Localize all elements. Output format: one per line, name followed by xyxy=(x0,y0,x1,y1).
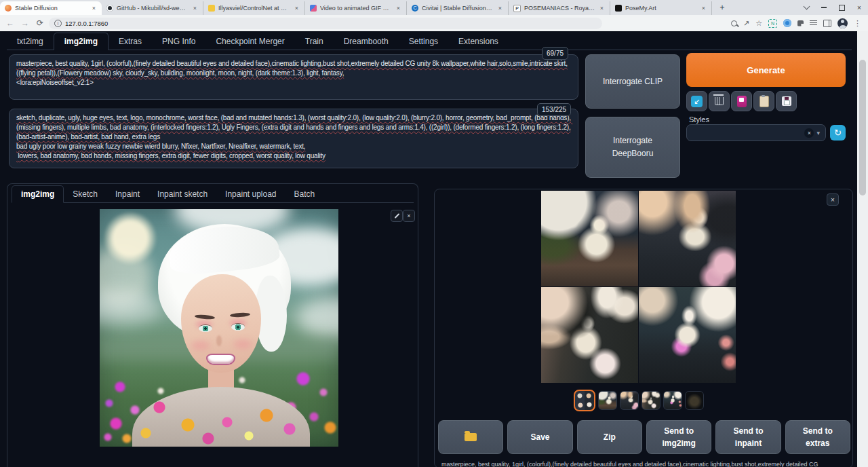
interrogate-clip-button[interactable]: Interrogate CLIP xyxy=(585,54,680,109)
tab-checkpoint-merger[interactable]: Checkpoint Merger xyxy=(205,33,294,50)
site-info-icon[interactable]: i xyxy=(54,20,62,27)
negative-token-counter: 153/225 xyxy=(537,103,571,116)
tab-close-icon[interactable]: × xyxy=(91,5,97,12)
tab-sketch-mode[interactable]: Sketch xyxy=(64,186,106,202)
browser-tab-posemy-art[interactable]: PoseMy.Art × xyxy=(610,1,712,15)
styles-clear-icon[interactable]: × xyxy=(804,128,814,138)
gallery-image-4[interactable] xyxy=(639,287,736,383)
browser-tab-stable-diffusion[interactable]: Stable Diffusion × xyxy=(0,1,102,15)
side-panel-icon[interactable] xyxy=(823,20,831,27)
save-button[interactable]: Save xyxy=(507,420,572,454)
window-chevron-icon[interactable] xyxy=(797,0,815,15)
tab-inpaint-upload-mode[interactable]: Inpaint upload xyxy=(216,186,285,202)
back-icon[interactable]: ← xyxy=(4,18,16,28)
browser-tab-strip: Stable Diffusion × GitHub - Mikubill/sd-… xyxy=(0,0,868,15)
main-tab-bar: txt2img img2img Extras PNG Info Checkpoi… xyxy=(7,33,852,50)
thumbnail-5[interactable] xyxy=(663,391,682,410)
tab-close-icon[interactable]: × xyxy=(294,5,300,12)
thumbnail-grid-selected[interactable] xyxy=(574,390,595,411)
paste-params-button[interactable]: ↙ xyxy=(686,91,707,111)
tab-close-icon[interactable]: × xyxy=(701,5,707,12)
girl-nose xyxy=(216,335,222,346)
page-scrollbar[interactable] xyxy=(857,31,868,467)
tab-title: Stable Diffusion xyxy=(15,5,87,12)
reading-list-icon[interactable] xyxy=(810,20,817,26)
browser-tab-github[interactable]: GitHub - Mikubill/sd-webui-con × xyxy=(102,1,203,15)
remove-image-button[interactable]: × xyxy=(403,210,415,222)
interrogate-deepbooru-button[interactable]: Interrogate DeepBooru xyxy=(585,117,680,178)
send-to-img2img-button[interactable]: Send to img2img xyxy=(646,420,711,454)
tab-png-info[interactable]: PNG Info xyxy=(152,33,205,50)
extra-networks-button[interactable] xyxy=(731,91,752,111)
clear-prompt-button[interactable] xyxy=(709,91,730,111)
window-minimize-button[interactable] xyxy=(815,0,833,15)
tab-batch-mode[interactable]: Batch xyxy=(285,186,324,202)
reload-icon[interactable]: ⟳ xyxy=(34,18,46,28)
tab-settings[interactable]: Settings xyxy=(399,33,448,50)
edit-image-button[interactable] xyxy=(391,210,403,222)
thumbnail-2[interactable] xyxy=(598,391,617,410)
tab-img2img[interactable]: img2img xyxy=(54,33,108,50)
browser-tab-civitai[interactable]: C Civitai | Stable Diffusion model × xyxy=(407,1,509,15)
source-image[interactable] xyxy=(100,209,338,447)
share-icon[interactable]: ↗ xyxy=(743,19,749,28)
tab-txt2img[interactable]: txt2img xyxy=(7,33,54,50)
github-favicon xyxy=(106,5,113,12)
gallery-close-button[interactable]: × xyxy=(827,193,839,206)
zip-button[interactable]: Zip xyxy=(577,420,642,454)
thumbnail-4[interactable] xyxy=(642,391,660,410)
address-bar[interactable]: i 127.0.0.1:7860 xyxy=(49,18,602,29)
apply-style-button[interactable] xyxy=(753,91,774,111)
browser-tab-controlnet[interactable]: Illyasviel/ControlNet at main × xyxy=(203,1,305,15)
browser-tab-gif-converter[interactable]: Video to animated GIF converter × xyxy=(305,1,407,15)
tab-train[interactable]: Train xyxy=(295,33,334,50)
forward-icon[interactable]: → xyxy=(19,18,31,28)
open-folder-button[interactable] xyxy=(438,420,503,454)
extension-blue-icon[interactable] xyxy=(783,19,791,27)
tab-dreambooth[interactable]: Dreambooth xyxy=(334,33,399,50)
stable-diffusion-favicon xyxy=(5,5,12,12)
negative-prompt-input[interactable]: sketch, duplicate, ugly, huge eyes, text… xyxy=(9,109,578,168)
scrollbar-thumb[interactable] xyxy=(859,60,866,195)
bookmark-star-icon[interactable]: ☆ xyxy=(755,19,762,28)
girl-blush xyxy=(234,339,252,349)
send-to-inpaint-button[interactable]: Send to inpaint xyxy=(715,420,781,454)
new-tab-button[interactable]: + xyxy=(716,2,728,14)
profile-avatar[interactable] xyxy=(837,18,848,29)
tab-close-icon[interactable]: × xyxy=(192,5,198,12)
styles-refresh-button[interactable]: ↻ xyxy=(830,125,846,141)
gallery-image-3[interactable] xyxy=(541,287,638,383)
gallery-image-1[interactable] xyxy=(541,191,638,286)
window-maximize-button[interactable] xyxy=(833,0,850,15)
tab-inpaint-sketch-mode[interactable]: Inpaint sketch xyxy=(149,186,216,202)
tab-close-icon[interactable]: × xyxy=(599,5,605,12)
tab-img2img-mode[interactable]: img2img xyxy=(12,185,64,203)
zoom-icon[interactable] xyxy=(731,20,737,26)
generate-button[interactable]: Generate xyxy=(686,53,846,87)
tab-extensions[interactable]: Extensions xyxy=(448,33,509,50)
img2img-source-panel: img2img Sketch Inpaint Inpaint sketch In… xyxy=(7,183,418,467)
prompt-input[interactable]: masterpiece, best quality, 1girl, (color… xyxy=(9,54,578,100)
tab-close-icon[interactable]: × xyxy=(497,5,503,12)
prompt-tool-row: ↙ xyxy=(686,91,797,111)
chevron-down-icon[interactable]: ▾ xyxy=(816,130,820,136)
tab-inpaint-mode[interactable]: Inpaint xyxy=(106,186,149,202)
tab-extras[interactable]: Extras xyxy=(108,33,152,50)
window-controls: × xyxy=(797,0,868,15)
extensions-puzzle-icon[interactable] xyxy=(797,20,804,26)
thumbnail-6[interactable] xyxy=(685,391,704,410)
tab-title: Civitai | Stable Diffusion model xyxy=(422,5,494,12)
send-to-extras-button[interactable]: Send to extras xyxy=(785,420,850,454)
extension-n-icon[interactable]: N xyxy=(768,19,777,28)
styles-dropdown[interactable]: × ▾ xyxy=(686,124,826,141)
tab-close-icon[interactable]: × xyxy=(395,5,401,12)
thumbnail-3[interactable] xyxy=(620,391,639,410)
window-close-button[interactable]: × xyxy=(850,0,868,15)
posemaniacs-favicon: P xyxy=(513,5,521,12)
browser-menu-icon[interactable]: ⋮ xyxy=(854,19,861,28)
styles-label: Styles xyxy=(689,115,709,124)
browser-tab-posemaniacs[interactable]: P POSEMANIACS - Royalty free 3 × xyxy=(509,1,610,15)
gallery-image-2[interactable] xyxy=(639,191,736,286)
extra-networks-card-icon xyxy=(737,96,747,107)
save-style-button[interactable] xyxy=(776,91,797,111)
